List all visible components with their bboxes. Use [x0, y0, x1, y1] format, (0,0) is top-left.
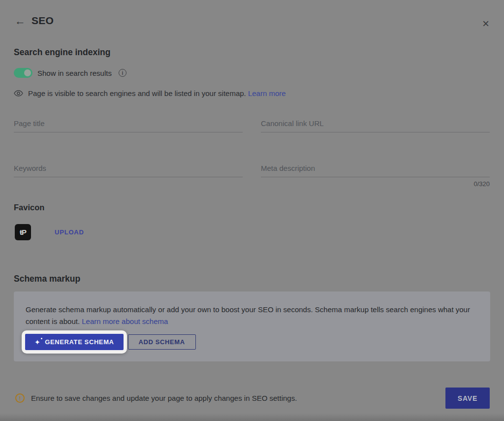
favicon-row: ŧP UPLOAD	[15, 224, 84, 240]
page-title: SEO	[32, 15, 54, 27]
learn-more-link[interactable]: Learn more	[248, 89, 286, 97]
schema-section-heading: Schema markup	[14, 274, 80, 284]
keywords-field	[14, 162, 243, 177]
canonical-url-input[interactable]	[261, 117, 490, 132]
seo-fields-grid: 0/320	[14, 117, 490, 177]
canonical-url-field	[261, 117, 490, 132]
favicon-section-heading: Favicon	[14, 203, 44, 212]
page-title-field	[14, 117, 243, 132]
meta-description-input[interactable]	[261, 162, 490, 177]
generate-schema-label: GENERATE SCHEMA	[45, 338, 114, 346]
save-notice-text: Ensure to save changes and update your p…	[31, 394, 297, 402]
generate-schema-button[interactable]: ✦ GENERATE SCHEMA	[25, 334, 124, 350]
add-schema-button[interactable]: ADD SCHEMA	[128, 334, 196, 350]
learn-more-schema-link[interactable]: Learn more about schema	[82, 317, 168, 325]
schema-description: Generate schema markup automatically or …	[26, 304, 478, 327]
show-in-search-toggle[interactable]	[14, 68, 32, 78]
keywords-input[interactable]	[14, 162, 243, 177]
bottom-shade	[0, 413, 504, 421]
save-notice-row: ! Ensure to save changes and update your…	[15, 393, 297, 403]
show-in-search-toggle-row: Show in search results i	[14, 68, 126, 78]
info-icon[interactable]: i	[119, 69, 126, 77]
page-title-input[interactable]	[14, 117, 243, 132]
back-arrow-icon[interactable]: ←	[15, 15, 26, 28]
schema-markup-box: Generate schema markup automatically or …	[14, 291, 490, 361]
toggle-knob	[23, 68, 32, 78]
indexing-section-heading: Search engine indexing	[14, 47, 110, 58]
eye-icon	[14, 90, 23, 97]
toggle-label: Show in search results	[37, 69, 112, 77]
tutorial-spotlight-ring: ✦ GENERATE SCHEMA	[22, 330, 127, 354]
visibility-note-row: Page is visible to search engines and wi…	[14, 89, 286, 97]
meta-description-field: 0/320	[261, 162, 490, 177]
upload-favicon-button[interactable]: UPLOAD	[55, 228, 84, 236]
close-icon[interactable]: ×	[482, 17, 489, 30]
save-button[interactable]: SAVE	[445, 388, 490, 409]
visibility-note-text: Page is visible to search engines and wi…	[28, 89, 286, 97]
favicon-preview-icon: ŧP	[15, 224, 31, 240]
sparkle-icon: ✦	[34, 339, 40, 346]
seo-settings-panel: ← SEO × Search engine indexing Show in s…	[0, 0, 504, 421]
schema-buttons-row: ✦ GENERATE SCHEMA ADD SCHEMA	[22, 330, 196, 354]
warning-icon: !	[15, 393, 25, 403]
meta-description-counter: 0/320	[473, 180, 490, 188]
